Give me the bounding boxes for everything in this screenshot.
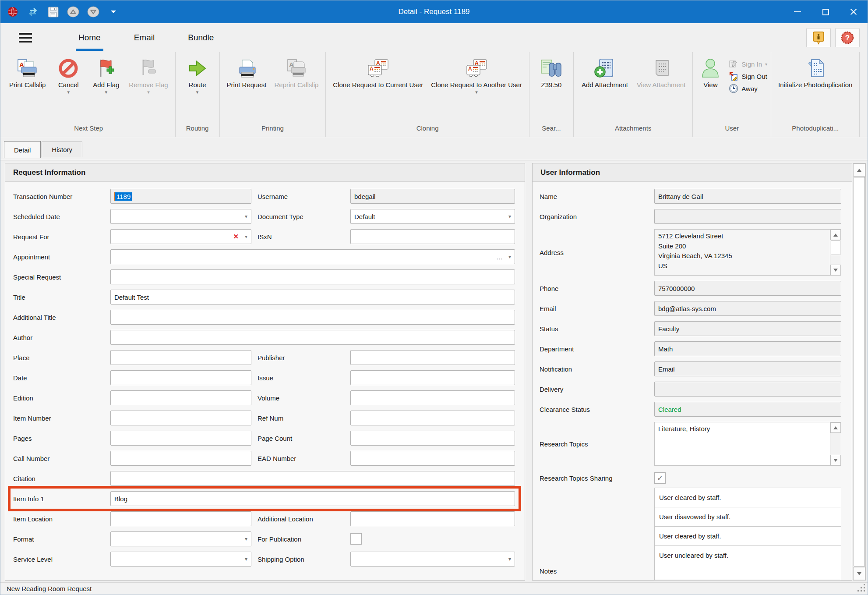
view-user-button[interactable]: View (696, 55, 724, 89)
note-item[interactable]: User uncleared by staff. (655, 546, 841, 565)
away-button[interactable]: Away (729, 84, 767, 93)
note-item[interactable]: User disavowed by staff. (655, 507, 841, 527)
publisher-field[interactable] (350, 350, 515, 365)
dropdown-icon[interactable]: ▾ (508, 254, 511, 260)
notification-field[interactable]: Email (654, 361, 841, 376)
research-topics-scrollbar[interactable] (830, 422, 841, 465)
name-field[interactable]: Brittany de Gail (654, 189, 841, 204)
customize-toolbar-icon[interactable] (106, 4, 121, 20)
scroll-up-button[interactable] (830, 230, 841, 240)
clone-request-current-user-button[interactable]: AA Clone Request to Current User (329, 55, 427, 89)
note-item[interactable]: User cleared by staff. (655, 527, 841, 546)
tab-history[interactable]: History (42, 142, 82, 157)
previous-request-icon[interactable] (65, 4, 81, 20)
clear-icon[interactable]: ✕ (233, 233, 239, 241)
item-info-1-field[interactable]: Blog (110, 491, 515, 506)
phone-field[interactable]: 7570000000 (654, 281, 841, 296)
scroll-up-button[interactable] (853, 163, 865, 177)
status-field[interactable]: Faculty (654, 321, 841, 336)
tab-home[interactable]: Home (62, 23, 117, 52)
scroll-up-button[interactable] (830, 422, 841, 433)
clearance-status-field[interactable]: Cleared (654, 402, 841, 417)
transaction-number-field[interactable]: 1189 (110, 189, 251, 204)
print-request-button[interactable]: Print Request (223, 55, 270, 89)
department-field[interactable]: Math (654, 341, 841, 356)
special-request-field[interactable] (110, 269, 515, 284)
scrollbar-thumb[interactable] (854, 177, 865, 567)
document-type-combo[interactable]: Default▾ (350, 209, 515, 224)
isxn-field[interactable] (350, 229, 515, 244)
pages-field[interactable] (110, 431, 251, 446)
main-vertical-scrollbar[interactable] (853, 163, 866, 581)
date-field[interactable] (110, 370, 251, 385)
for-publication-checkbox[interactable] (350, 533, 362, 545)
tab-email[interactable]: Email (117, 23, 172, 52)
refresh-icon[interactable] (25, 4, 41, 20)
shipping-option-combo[interactable]: ▾ (350, 552, 515, 567)
ead-number-field[interactable] (350, 451, 515, 466)
next-request-icon[interactable] (85, 4, 101, 20)
z3950-button[interactable]: Z39.50 (533, 55, 570, 89)
ref-num-field[interactable] (350, 411, 515, 425)
author-field[interactable] (110, 330, 515, 345)
add-flag-button[interactable]: Add Flag ▾ (88, 55, 124, 95)
menu-icon[interactable] (19, 33, 36, 42)
place-field[interactable] (110, 350, 251, 365)
scroll-down-button[interactable] (853, 567, 865, 580)
help-button[interactable]: ? (835, 28, 860, 47)
research-topics-field[interactable]: Literature, History (654, 422, 841, 466)
dropdown-icon[interactable]: ▾ (508, 213, 511, 220)
dropdown-icon[interactable]: ▾ (245, 556, 247, 562)
citation-field[interactable] (110, 471, 515, 486)
address-scrollbar[interactable] (830, 230, 841, 275)
note-item[interactable]: User cleared by staff. (655, 488, 841, 507)
save-icon[interactable] (45, 4, 61, 20)
notes-list[interactable]: User cleared by staff. User disavowed by… (654, 488, 841, 580)
route-button[interactable]: Route ▾ (179, 55, 216, 95)
edition-field[interactable] (110, 390, 251, 405)
clone-request-another-user-button[interactable]: AA Clone Request to Another User ▾ (427, 55, 526, 95)
cancel-button[interactable]: Cancel ▾ (50, 55, 87, 95)
format-combo[interactable]: ▾ (110, 531, 251, 546)
additional-location-field[interactable] (350, 511, 515, 526)
clone-another-dropdown-icon[interactable]: ▾ (475, 89, 478, 95)
tab-detail[interactable]: Detail (4, 141, 41, 158)
cancel-dropdown-icon[interactable]: ▾ (67, 89, 70, 95)
issue-field[interactable] (350, 370, 515, 385)
dropdown-icon[interactable]: ▾ (508, 556, 511, 562)
close-button[interactable] (840, 0, 868, 23)
research-topics-sharing-checkbox[interactable]: ✓ (654, 472, 666, 484)
tab-bundle[interactable]: Bundle (171, 23, 230, 52)
appointment-combo[interactable]: …▾ (110, 249, 515, 264)
item-location-field[interactable] (110, 511, 251, 526)
add-attachment-button[interactable]: Add Attachment (577, 55, 632, 89)
scheduled-date-combo[interactable]: ▾ (110, 209, 251, 224)
additional-title-field[interactable] (110, 310, 515, 325)
ellipsis-icon[interactable]: … (496, 253, 503, 261)
sign-out-button[interactable]: Sign Out (729, 71, 767, 81)
print-callslip-button[interactable]: A Print Callslip (6, 55, 49, 89)
service-level-combo[interactable]: ▾ (110, 552, 251, 567)
maximize-button[interactable] (812, 0, 840, 23)
email-field[interactable]: bdg@atlas-sys.com (654, 301, 841, 316)
scrollbar-thumb[interactable] (831, 240, 840, 255)
initialize-photoduplication-button[interactable]: Initialize Photoduplication (775, 55, 856, 89)
resize-grip[interactable] (857, 590, 859, 591)
title-field[interactable]: Default Test (110, 290, 515, 305)
scroll-down-button[interactable] (830, 265, 841, 275)
request-for-combo[interactable]: ✕▾ (110, 229, 251, 244)
scroll-down-button[interactable] (830, 455, 841, 465)
page-count-field[interactable] (350, 431, 515, 446)
dropdown-icon[interactable]: ▾ (245, 536, 247, 542)
organization-field[interactable] (654, 209, 841, 224)
route-dropdown-icon[interactable]: ▾ (196, 89, 199, 95)
address-field[interactable]: 5712 Cleveland Street Suite 200 Virginia… (654, 229, 841, 276)
dropdown-icon[interactable]: ▾ (245, 234, 247, 240)
dropdown-icon[interactable]: ▾ (245, 213, 247, 220)
add-flag-dropdown-icon[interactable]: ▾ (105, 89, 108, 95)
username-field[interactable]: bdegail (350, 189, 515, 204)
item-number-field[interactable] (110, 411, 251, 425)
volume-field[interactable] (350, 390, 515, 405)
minimize-button[interactable] (783, 0, 812, 23)
about-button[interactable] (806, 28, 831, 47)
